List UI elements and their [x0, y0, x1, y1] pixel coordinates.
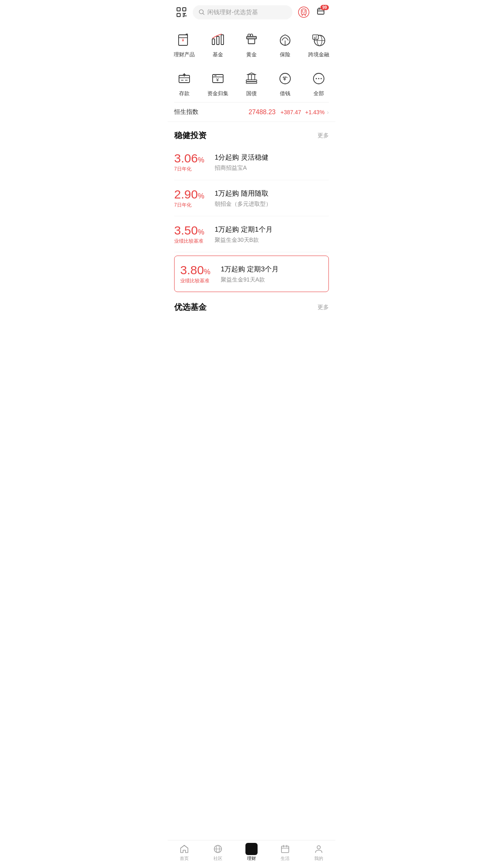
card-subtitle-3: 聚益生金91天A款: [221, 276, 323, 284]
rate-value-3: 3.80%: [180, 263, 217, 277]
rate-value-2: 3.50%: [174, 224, 211, 237]
card-title-2: 1万起购 定期1个月: [215, 225, 329, 234]
card-subtitle-2: 聚益生金30天B款: [215, 237, 329, 244]
svg-point-28: [248, 34, 250, 36]
card-subtitle-0: 招商招益宝A: [215, 164, 329, 172]
card-info-1: 1万起购 随用随取 朝招金（多元进取型）: [211, 189, 329, 208]
rate-value-0: 3.06%: [174, 151, 211, 165]
deposit-icon: [175, 70, 193, 87]
nav-label-deposit: 存款: [179, 90, 190, 97]
invest-card-0[interactable]: 3.06% 7日年化 1分起购 灵活稳健 招商招益宝A: [174, 144, 329, 180]
svg-text:¥: ¥: [181, 38, 184, 43]
notification-button[interactable]: 99: [314, 5, 329, 19]
svg-rect-2: [177, 13, 180, 17]
insurance-icon: [276, 31, 294, 49]
rate-block-3: 3.80% 业绩比较基准: [180, 263, 217, 284]
nav-item-cross-border[interactable]: $ 跨境金融: [302, 28, 335, 62]
cross-border-icon: $: [310, 31, 328, 49]
svg-rect-23: [221, 35, 224, 45]
wealth-icon: ¥: [175, 31, 193, 49]
market-ticker[interactable]: 恒生指数 27488.23 +387.47 +1.43% ›: [168, 102, 335, 122]
svg-rect-0: [177, 8, 180, 11]
svg-point-27: [250, 34, 253, 36]
stable-invest-list: 3.06% 7日年化 1分起购 灵活稳健 招商招益宝A 2.90% 7日年化 1…: [168, 144, 335, 292]
card-subtitle-1: 朝招金（多元进取型）: [215, 200, 329, 208]
svg-rect-21: [212, 39, 215, 45]
nav-item-fund[interactable]: 基金: [201, 28, 235, 62]
invest-card-1[interactable]: 2.90% 7日年化 1万起购 随用随取 朝招金（多元进取型）: [174, 180, 329, 216]
search-icon: [198, 9, 205, 15]
svg-point-10: [298, 7, 309, 17]
svg-point-50: [318, 78, 319, 79]
rate-block-0: 3.06% 7日年化: [174, 151, 211, 173]
stable-invest-title: 稳健投资: [174, 130, 207, 141]
treasury-icon: [243, 70, 260, 87]
card-title-3: 1万起购 定期3个月: [221, 264, 323, 274]
nav-item-insurance[interactable]: 保险: [268, 28, 302, 62]
rate-type-0: 7日年化: [174, 166, 211, 173]
nav-label-funds-collect: 资金归集: [207, 90, 228, 97]
svg-point-51: [320, 78, 322, 79]
all-icon: [310, 70, 328, 87]
search-placeholder: 闲钱理财-优选货基: [207, 9, 258, 16]
card-info-0: 1分起购 灵活稳健 招商招益宝A: [211, 153, 329, 172]
svg-rect-1: [183, 8, 186, 11]
gold-icon: [243, 31, 260, 49]
card-title-1: 1万起购 随用随取: [215, 189, 329, 198]
ticker-name: 恒生指数: [174, 108, 249, 116]
svg-line-9: [203, 13, 204, 15]
rate-block-1: 2.90% 7日年化: [174, 188, 211, 209]
rate-type-1: 7日年化: [174, 202, 211, 209]
nav-category-grid: ¥ 理财产品 基金: [168, 24, 335, 63]
nav-label-treasury: 国债: [246, 90, 257, 97]
nav-label-all: 全部: [313, 90, 324, 97]
nav-item-funds-collect[interactable]: ¥ 资金归集: [201, 66, 235, 100]
scan-button[interactable]: [174, 5, 189, 19]
invest-card-2[interactable]: 3.50% 业绩比较基准 1万起购 定期1个月 聚益生金30天B款: [174, 216, 329, 252]
header-right: 99: [296, 5, 329, 19]
card-info-3: 1万起购 定期3个月 聚益生金91天A款: [217, 264, 323, 284]
card-title-0: 1分起购 灵活稳健: [215, 153, 329, 162]
nav-item-all[interactable]: 全部: [302, 66, 335, 100]
svg-point-49: [315, 78, 317, 79]
svg-text:¥: ¥: [216, 77, 219, 82]
rate-value-1: 2.90%: [174, 188, 211, 201]
nav-label-cross-border: 跨境金融: [308, 51, 329, 58]
nav-item-deposit[interactable]: 存款: [168, 66, 201, 100]
borrow-icon: ¥: [276, 70, 294, 87]
rate-block-2: 3.50% 业绩比较基准: [174, 224, 211, 245]
app-header: 闲钱理财-优选货基 99: [168, 0, 335, 24]
notification-badge: 99: [320, 5, 329, 10]
stable-invest-more[interactable]: 更多: [318, 132, 329, 139]
svg-point-12: [305, 11, 306, 12]
ticker-change: +387.47: [280, 109, 301, 115]
svg-rect-44: [246, 82, 257, 83]
svg-rect-22: [217, 36, 219, 45]
nav-label-fund: 基金: [213, 51, 223, 58]
nav-item-treasury[interactable]: 国债: [235, 66, 269, 100]
nav-item-borrow[interactable]: ¥ 借钱: [268, 66, 302, 100]
fund-section-more[interactable]: 更多: [318, 304, 329, 311]
ticker-pct: +1.43%: [305, 109, 324, 115]
funds-collect-icon: ¥: [209, 70, 227, 87]
nav-label-wealth: 理财产品: [174, 51, 195, 58]
svg-point-11: [302, 11, 303, 12]
ticker-value: 27488.23: [249, 109, 276, 116]
card-info-2: 1万起购 定期1个月 聚益生金30天B款: [211, 225, 329, 244]
svg-text:$: $: [314, 36, 316, 40]
ticker-chevron: ›: [327, 109, 329, 115]
stable-invest-header: 稳健投资 更多: [168, 122, 335, 144]
svg-text:¥: ¥: [283, 75, 286, 82]
search-bar[interactable]: 闲钱理财-优选货基: [193, 5, 292, 19]
fund-icon: [209, 31, 227, 49]
rate-type-3: 业绩比较基准: [180, 277, 217, 284]
invest-card-3[interactable]: 3.80% 业绩比较基准 1万起购 定期3个月 聚益生金91天A款: [174, 256, 329, 292]
nav-label-borrow: 借钱: [280, 90, 290, 97]
svg-rect-25: [248, 39, 255, 44]
nav-item-wealth[interactable]: ¥ 理财产品: [168, 28, 201, 62]
nav-label-insurance: 保险: [280, 51, 290, 58]
fund-section-header: 优选基金 更多: [168, 295, 335, 313]
nav-item-gold[interactable]: 黄金: [235, 28, 269, 62]
tmall-icon-button[interactable]: [296, 5, 311, 19]
nav-label-gold: 黄金: [246, 51, 257, 58]
